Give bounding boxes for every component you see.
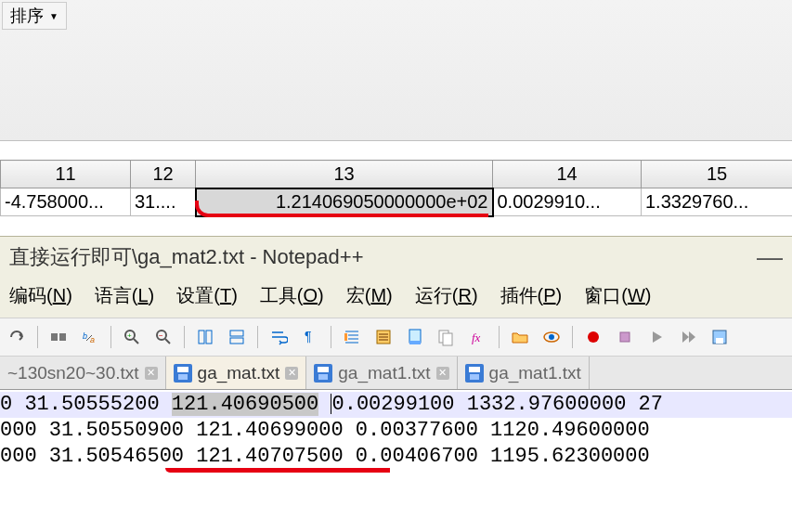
svg-rect-13 xyxy=(230,338,243,344)
zoom-out-icon[interactable]: − xyxy=(150,324,176,350)
svg-line-5 xyxy=(134,339,138,344)
svg-rect-12 xyxy=(230,331,243,336)
sort-dropdown[interactable]: 排序 ▼ xyxy=(2,2,67,30)
close-icon[interactable]: ✕ xyxy=(145,367,158,380)
header-row: 11 12 13 14 15 xyxy=(1,161,793,188)
function-list-icon[interactable]: fx xyxy=(465,324,491,350)
col-header-12[interactable]: 12 xyxy=(131,161,196,188)
svg-rect-0 xyxy=(51,333,58,341)
close-icon[interactable]: ✕ xyxy=(285,367,298,380)
tab-file-1[interactable]: ~130sn20~30.txt ✕ xyxy=(0,357,166,389)
menu-window[interactable]: 窗口(W) xyxy=(584,283,651,308)
svg-point-31 xyxy=(588,331,599,343)
top-toolbar: 排序 ▼ xyxy=(0,0,792,141)
tab-label: ga_mat.txt xyxy=(198,363,280,383)
menu-plugins[interactable]: 插件(P) xyxy=(500,283,563,308)
language-format-icon[interactable] xyxy=(370,324,396,350)
tab-label: ga_mat1.txt xyxy=(489,363,581,383)
editor-area[interactable]: 0 31.50555200 121.40690500 0.00299100 13… xyxy=(0,390,792,472)
find-icon[interactable] xyxy=(45,324,71,350)
monitor-icon[interactable] xyxy=(539,324,565,350)
replace-icon[interactable]: ba xyxy=(77,324,103,350)
cell[interactable]: -4.758000... xyxy=(1,188,131,216)
record-macro-icon[interactable] xyxy=(580,324,606,350)
menu-run[interactable]: 运行(R) xyxy=(415,283,478,308)
play-multi-icon[interactable] xyxy=(675,324,701,350)
dropdown-arrow-icon: ▼ xyxy=(49,11,58,21)
svg-rect-34 xyxy=(716,338,723,344)
editor-line: 0 31.50555200 121.40690500 0.00299100 13… xyxy=(0,392,792,418)
save-icon xyxy=(465,364,484,383)
menu-language[interactable]: 语言(L) xyxy=(95,283,154,308)
window-titlebar[interactable]: 直接运行即可\ga_mat2.txt - Notepad++ — xyxy=(0,237,792,278)
spreadsheet-grid[interactable]: 11 12 13 14 15 -4.758000... 31.... 1.214… xyxy=(0,160,792,217)
close-icon[interactable]: ✕ xyxy=(436,367,449,380)
cell[interactable]: 31.... xyxy=(131,188,196,216)
svg-rect-11 xyxy=(206,331,212,344)
menu-encoding[interactable]: 编码(N) xyxy=(9,283,72,308)
redo-icon[interactable] xyxy=(4,324,30,350)
zoom-in-icon[interactable]: + xyxy=(119,324,145,350)
wrap-icon[interactable] xyxy=(266,324,292,350)
editor-line: 000 31.50550900 121.40699000 0.00377600 … xyxy=(0,418,792,444)
editor-line: 000 31.50546500 121.40707500 0.00406700 … xyxy=(0,444,792,470)
menu-bar: 编码(N) 语言(L) 设置(T) 工具(O) 宏(M) 运行(R) 插件(P)… xyxy=(0,278,792,318)
folder-icon[interactable] xyxy=(507,324,533,350)
window-title: 直接运行即可\ga_mat2.txt - Notepad++ xyxy=(9,243,364,271)
col-header-15[interactable]: 15 xyxy=(642,161,793,188)
sync-h-icon[interactable] xyxy=(224,324,250,350)
tab-file-2[interactable]: ga_mat.txt ✕ xyxy=(166,357,307,389)
stop-macro-icon[interactable] xyxy=(612,324,638,350)
menu-macro[interactable]: 宏(M) xyxy=(346,283,393,308)
col-header-14[interactable]: 14 xyxy=(493,161,642,188)
svg-text:b: b xyxy=(83,331,87,341)
svg-rect-27 xyxy=(443,333,452,345)
svg-rect-25 xyxy=(409,341,421,344)
svg-text:fx: fx xyxy=(472,331,481,344)
svg-rect-10 xyxy=(199,331,204,344)
table-row: -4.758000... 31.... 1.214069050000000e+0… xyxy=(1,188,793,216)
doc-list-icon[interactable] xyxy=(434,324,460,350)
indent-guide-icon[interactable] xyxy=(339,324,365,350)
cell[interactable]: 0.0029910... xyxy=(493,188,642,216)
tab-label: ~130sn20~30.txt xyxy=(7,363,139,383)
svg-line-8 xyxy=(165,339,170,344)
sort-label: 排序 xyxy=(10,5,44,27)
tab-bar: ~130sn20~30.txt ✕ ga_mat.txt ✕ ga_mat1.t… xyxy=(0,357,792,390)
notepadpp-window: 直接运行即可\ga_mat2.txt - Notepad++ — 编码(N) 语… xyxy=(0,236,792,472)
menu-settings[interactable]: 设置(T) xyxy=(176,283,238,308)
play-macro-icon[interactable] xyxy=(643,324,669,350)
col-header-11[interactable]: 11 xyxy=(1,161,131,188)
col-header-13[interactable]: 13 xyxy=(196,161,493,188)
menu-tools[interactable]: 工具(O) xyxy=(260,283,324,308)
svg-text:−: − xyxy=(159,331,163,340)
svg-point-30 xyxy=(549,334,554,340)
toolbar: ba + − ¶ fx xyxy=(0,318,792,357)
save-icon xyxy=(314,364,332,383)
svg-rect-32 xyxy=(620,332,630,342)
svg-text:¶: ¶ xyxy=(305,329,312,344)
svg-text:+: + xyxy=(127,331,132,340)
sync-v-icon[interactable] xyxy=(192,324,218,350)
minimize-button[interactable]: — xyxy=(757,242,783,272)
svg-rect-1 xyxy=(59,333,66,341)
svg-rect-19 xyxy=(344,333,347,341)
save-macro-icon[interactable] xyxy=(707,324,733,350)
invisible-chars-icon[interactable]: ¶ xyxy=(297,324,323,350)
save-icon xyxy=(174,364,192,383)
cell-selected[interactable]: 1.214069050000000e+02 xyxy=(196,188,493,216)
tab-label: ga_mat1.txt xyxy=(338,363,430,383)
tab-file-4[interactable]: ga_mat1.txt xyxy=(458,357,590,389)
doc-map-icon[interactable] xyxy=(402,324,428,350)
cell[interactable]: 1.3329760... xyxy=(642,188,793,216)
tab-file-3[interactable]: ga_mat1.txt ✕ xyxy=(306,357,457,389)
svg-rect-24 xyxy=(409,330,421,343)
